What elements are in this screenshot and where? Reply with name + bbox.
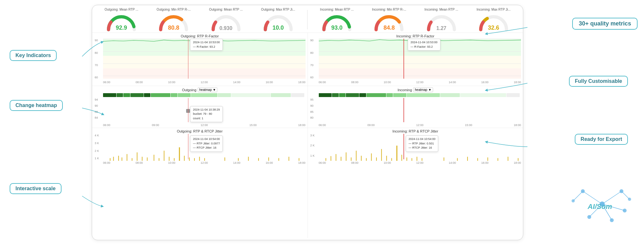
- red-vline-incoming: [403, 39, 404, 79]
- svg-rect-20: [127, 154, 127, 161]
- incoming-rfactor-section: Incoming: RTP R-Factor 90 80 70 60: [308, 33, 523, 86]
- gauge-6: Incoming: Min RTP R-... 84.8: [364, 8, 414, 31]
- svg-point-12: [610, 218, 614, 222]
- svg-rect-24: [147, 157, 147, 161]
- incoming-rfactor-chart: 90 80 70 60 2024-11-04 10:53:00 ― R-Fact…: [319, 39, 521, 84]
- gauge-8-value: 32.6: [488, 25, 499, 31]
- svg-point-10: [623, 209, 627, 212]
- heatmap-y-84: 84: [95, 116, 98, 119]
- svg-rect-29: [174, 158, 175, 161]
- svg-rect-60: [406, 157, 407, 161]
- svg-rect-40: [268, 157, 269, 161]
- gauge-2: Outgoing: Min RTP R-... 80.8: [149, 8, 199, 31]
- svg-rect-42: [289, 157, 289, 161]
- outgoing-rfactor-section: Outgoing: RTP R-Factor 90 80 70 60: [92, 33, 308, 86]
- svg-rect-54: [376, 157, 377, 161]
- right-chart-column: Incoming: RTP R-Factor 90 80 70 60: [308, 33, 523, 238]
- svg-rect-41: [279, 158, 279, 161]
- left-chart-column: Outgoing: RTP R-Factor 90 80 70 60: [92, 33, 308, 238]
- svg-point-9: [620, 189, 623, 193]
- gauge-4-value: 10.0: [272, 25, 284, 31]
- jitter-y-1k: 1 K: [95, 157, 99, 160]
- jitter-y-4k: 4 K: [95, 134, 99, 137]
- gauge-4-container: 10.0: [262, 12, 294, 31]
- incoming-heatmap-title: Incoming: [398, 88, 412, 92]
- gauge-6-value: 84.8: [384, 25, 395, 31]
- svg-rect-33: [194, 158, 195, 161]
- heatmap-y-90: 90: [95, 104, 98, 107]
- svg-rect-34: [199, 157, 200, 161]
- svg-rect-50: [356, 151, 356, 161]
- gauge-1-container: 92.9: [105, 12, 137, 31]
- incoming-jitter-chart: 3 K 2 K 1 K: [319, 134, 521, 164]
- heatmap-y-88: 88: [95, 110, 98, 113]
- gauge-1: Outgoing: Mean RTP ... 92.9: [97, 8, 147, 31]
- fully-customisable-label: Fully Customisable: [569, 76, 628, 87]
- svg-rect-62: [416, 157, 417, 161]
- interactive-scale-label: Interactive scale: [10, 183, 62, 194]
- svg-rect-21: [132, 158, 132, 161]
- svg-rect-59: [401, 155, 402, 161]
- incoming-rfactor-title: Incoming: RTP R-Factor: [310, 34, 521, 38]
- outgoing-jitter-section: Outgoing: RTP & RTCP Jitter 4 K 3 K 2 K …: [92, 128, 308, 238]
- svg-rect-57: [391, 158, 392, 161]
- gauge-2-label: Outgoing: Min RTP R-...: [149, 8, 199, 11]
- svg-rect-65: [457, 158, 458, 161]
- gauge-7-label: Incoming: Mean RTP ...: [416, 8, 466, 11]
- svg-rect-58: [396, 146, 397, 161]
- svg-rect-61: [412, 158, 412, 161]
- svg-rect-28: [169, 157, 169, 161]
- gauge-5-label: Incoming: Mean RTP ...: [312, 8, 362, 11]
- svg-rect-56: [386, 156, 387, 161]
- svg-rect-32: [189, 157, 190, 161]
- gauge-7: Incoming: Mean RTP ... 1.27: [416, 8, 466, 31]
- outgoing-rfactor-title: Outgoing: RTP R-Factor: [94, 34, 306, 38]
- svg-rect-30: [179, 147, 180, 161]
- svg-rect-63: [421, 158, 422, 161]
- outgoing-heatmap-section: Outgoing heatmap ▼: [92, 86, 308, 128]
- svg-rect-64: [443, 157, 444, 161]
- gauge-5-value: 93.0: [331, 25, 343, 31]
- incoming-rfactor-tooltip: 2024-11-04 10:53:00 ― R-Factor: 93.2: [408, 39, 440, 51]
- gauge-8-container: 32.6: [478, 12, 510, 31]
- svg-rect-69: [497, 158, 498, 161]
- key-indicators-label: Key Indicators: [10, 50, 57, 61]
- svg-line-1: [602, 191, 621, 204]
- svg-rect-66: [467, 157, 468, 161]
- svg-line-0: [583, 191, 602, 204]
- incoming-heatmap-dropdown[interactable]: heatmap ▼: [413, 87, 433, 92]
- incoming-heatmap-bar: [319, 93, 520, 97]
- gauge-8: Incoming: Max RTP Ji... 32.6: [469, 8, 518, 31]
- svg-rect-67: [477, 158, 478, 161]
- gauge-3: Outgoing: Mean RTP ... 0.930: [201, 8, 251, 31]
- svg-point-14: [628, 198, 631, 201]
- gauge-4-label: Outgoing: Max RTP Ji...: [253, 8, 303, 11]
- svg-rect-18: [118, 156, 119, 161]
- svg-rect-31: [184, 156, 185, 161]
- svg-rect-27: [164, 151, 165, 161]
- gauge-4: Outgoing: Max RTP Ji... 10.0: [253, 8, 303, 31]
- incoming-jitter-section: Incoming: RTP & RTCP Jitter 3 K 2 K 1 K: [308, 128, 523, 238]
- outgoing-heatmap-bars: 94 90 88 84 2024-11-04 10:38:29 bucket: …: [103, 98, 306, 122]
- gauge-7-container: 1.27: [425, 12, 458, 31]
- gauge-6-container: 84.8: [373, 12, 405, 31]
- heatmap-y-94: 94: [95, 98, 98, 101]
- svg-rect-22: [137, 153, 137, 161]
- incoming-heatmap-section: Incoming heatmap ▼: [308, 86, 523, 128]
- y-label-80: 80: [95, 51, 98, 54]
- jitter-x-labels: 06:0008:0010:0012:0014:0016:0018:00: [103, 161, 306, 164]
- change-heatmap-label: Change heatmap: [10, 100, 63, 111]
- metrics-count-label: 30+ quality metrics: [572, 18, 638, 30]
- outgoing-rfactor-tooltip: 2024-11-04 10:53:00 ― R-Factor: 93.2: [190, 39, 223, 51]
- heatmap-x-labels: 06:0009:0012:0015:0018:00: [103, 123, 306, 127]
- gauge-1-value: 92.9: [116, 25, 127, 31]
- gauge-5: Incoming: Mean RTP ... 93.0: [312, 8, 362, 31]
- charts-area: Outgoing: RTP R-Factor 90 80 70 60: [92, 33, 523, 238]
- svg-rect-39: [258, 158, 259, 161]
- ready-for-export-label: Ready for Export: [575, 134, 628, 145]
- outgoing-heatmap-bar: [103, 93, 304, 97]
- outgoing-rfactor-chart: 90 80 70 60 2: [103, 39, 306, 84]
- red-vline-jitter-out: [188, 134, 189, 159]
- outgoing-heatmap-dropdown[interactable]: heatmap ▼: [198, 87, 218, 92]
- svg-rect-47: [341, 157, 341, 161]
